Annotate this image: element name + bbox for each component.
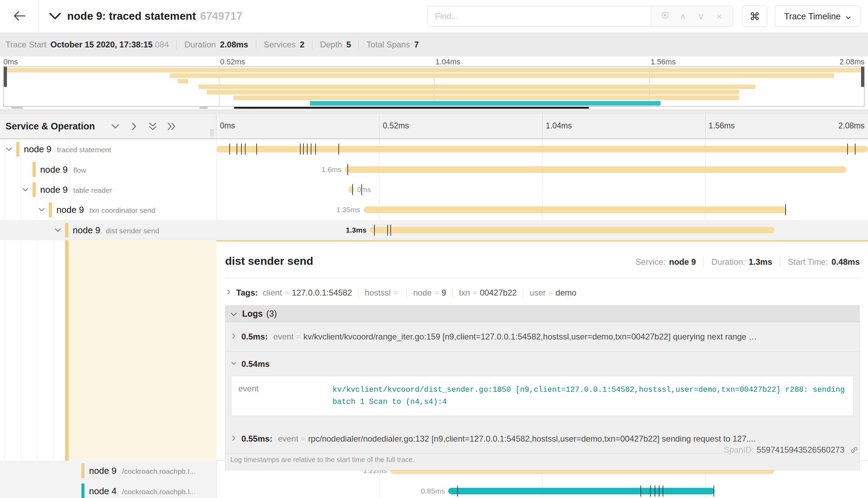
tag-value: demo xyxy=(556,288,576,298)
span-id-value: 5597415943526560273 xyxy=(756,445,844,455)
span-row-name-cell[interactable]: node 9txn coordinator send xyxy=(0,200,216,220)
tag-value: 127.0.0.1:54582 xyxy=(292,288,352,298)
find-input[interactable] xyxy=(427,6,651,26)
span-row-name-cell[interactable]: node 4/cockroach.roachpb.I... xyxy=(0,481,216,498)
scroll-indicator[interactable] xyxy=(0,107,868,109)
span-row-timeline-cell[interactable] xyxy=(216,139,868,159)
span-row-name-cell[interactable]: node 9dist sender send xyxy=(0,220,216,240)
scroll-indicator-bar[interactable] xyxy=(234,107,589,109)
expand-one-icon[interactable] xyxy=(129,121,139,132)
trace-minimap: 0ms0.52ms1.04ms1.56ms2.08ms xyxy=(0,56,868,114)
trace-rows-area: node 9traced statementnode 9flow1.6msnod… xyxy=(0,139,868,498)
span-row-timeline-cell[interactable]: 0.85ms xyxy=(216,481,868,498)
find-actions: ∧ ∨ × xyxy=(651,6,733,26)
view-dropdown-button[interactable]: Trace Timeline xyxy=(775,6,860,27)
ruler-gridline xyxy=(379,114,380,138)
service-name: node 4/cockroach.roachpb.I... xyxy=(89,486,196,496)
minimap-right-scrubber[interactable] xyxy=(861,67,864,87)
span-bar[interactable] xyxy=(216,146,868,153)
trace-summary-bar: Trace StartOctober 15 2020, 17:38:15.084… xyxy=(0,33,868,56)
prev-match-icon[interactable]: ∧ xyxy=(674,11,692,22)
minimap-left-scrubber[interactable] xyxy=(4,67,7,87)
span-color-bar xyxy=(49,202,52,217)
minimap-span-bar xyxy=(5,68,863,72)
equals-sign: = xyxy=(285,289,289,297)
collapse-one-icon[interactable] xyxy=(110,121,121,132)
span-bar[interactable] xyxy=(364,207,787,213)
tag-separator xyxy=(407,288,407,298)
span-bar[interactable] xyxy=(448,488,715,494)
chevron-down-icon xyxy=(230,359,237,369)
span-color-bar xyxy=(65,223,68,237)
chevron-down-icon[interactable] xyxy=(54,226,62,234)
span-row-timeline-cell[interactable]: 1.6ms xyxy=(216,159,868,179)
log-field-value: kv/kvclient/kvcoord/dist_sender.go:1850 … xyxy=(333,384,847,408)
tag-item: txn=00427b22 xyxy=(459,288,517,298)
stat-label: Duration xyxy=(184,40,216,49)
span-bar[interactable] xyxy=(349,186,354,193)
log-marker-tick xyxy=(338,144,339,155)
span-row-name-cell[interactable]: node 9table reader xyxy=(0,180,216,200)
operation-name: dist sender send xyxy=(106,226,159,234)
timeline-ruler: 0ms0.52ms1.04ms1.56ms2.08ms xyxy=(216,114,868,138)
span-row-timeline-cell[interactable]: 1.35ms xyxy=(216,200,868,220)
expand-all-icon[interactable] xyxy=(166,121,177,132)
chevron-down-icon xyxy=(230,309,237,319)
log-marker-tick xyxy=(241,144,242,155)
minimap-span-bar xyxy=(207,90,739,94)
next-match-icon[interactable]: ∨ xyxy=(692,11,710,22)
minimap-span-bar xyxy=(233,96,739,100)
log-field-value: rpc/nodedialer/nodedialer.go:132 [n9,cli… xyxy=(308,434,854,444)
span-row-timeline-cell[interactable]: 1.3ms xyxy=(216,220,868,240)
minimap-canvas[interactable] xyxy=(3,66,865,107)
minimap-time-label: 1.56ms xyxy=(651,57,676,66)
stat-value: 7 xyxy=(414,40,419,49)
stat-value: 5 xyxy=(346,40,351,49)
chevron-right-icon xyxy=(230,434,237,444)
logs-accordion-header[interactable]: Logs (3) xyxy=(225,306,859,322)
span-bar[interactable] xyxy=(345,166,846,173)
span-row-name-cell[interactable]: node 9flow xyxy=(0,159,216,179)
stat-value: 2 xyxy=(300,40,304,49)
span-row-timeline-cell[interactable]: 0ms xyxy=(216,180,868,200)
chevron-down-icon[interactable] xyxy=(49,12,61,20)
service-name: node 9table reader xyxy=(40,184,112,195)
minimap-time-label: 0.52ms xyxy=(220,57,245,66)
span-detail-accent-fill xyxy=(69,240,216,461)
clear-search-icon[interactable]: × xyxy=(710,11,728,22)
link-icon[interactable] xyxy=(849,445,859,455)
span-row-name-cell[interactable]: node 9traced statement xyxy=(0,139,216,159)
log-entry-expanded-header[interactable]: 0.54ms xyxy=(225,351,859,372)
trace-title-group: node 9: traced statement6749717 xyxy=(39,10,242,22)
chevron-down-icon[interactable] xyxy=(37,206,46,214)
log-marker-tick xyxy=(785,204,786,215)
equals-sign: = xyxy=(473,289,477,297)
duration-value: 1.3ms xyxy=(749,257,772,267)
tags-accordion[interactable]: Tags:client=127.0.0.1:54582hostssl=node=… xyxy=(225,285,860,300)
back-button[interactable] xyxy=(0,0,39,33)
chevron-down-icon[interactable] xyxy=(5,145,13,153)
span-row: node 9flow1.6ms xyxy=(0,159,868,179)
log-marker-tick xyxy=(303,144,304,155)
ruler-gridline xyxy=(705,114,706,138)
tag-key: txn xyxy=(459,288,470,298)
info-separator xyxy=(176,39,177,50)
minimap-span-bar xyxy=(310,101,661,106)
span-duration-label: 1.3ms xyxy=(346,226,367,234)
service-name: node 9flow xyxy=(40,164,86,175)
keyboard-shortcuts-button[interactable]: ⌘ xyxy=(742,6,767,27)
info-separator xyxy=(312,39,312,50)
service-label: Service: xyxy=(636,257,666,267)
locate-icon[interactable] xyxy=(656,10,674,23)
span-row-name-cell[interactable]: node 9/cockroach.roachpb.I... xyxy=(0,461,216,481)
column-resizer-handle[interactable] xyxy=(211,129,213,136)
trace-stat-total-spans: Total Spans7 xyxy=(366,40,419,49)
span-bar[interactable] xyxy=(370,227,774,233)
chevron-down-icon[interactable] xyxy=(21,185,29,194)
log-entry[interactable]: 0.5ms:event=kv/kvclient/kvcoord/range_it… xyxy=(225,322,859,351)
operation-name: table reader xyxy=(73,186,112,194)
collapse-all-icon[interactable] xyxy=(148,121,158,132)
span-color-bar xyxy=(33,182,36,197)
log-marker-tick xyxy=(387,225,388,236)
equals-sign: = xyxy=(434,289,439,297)
